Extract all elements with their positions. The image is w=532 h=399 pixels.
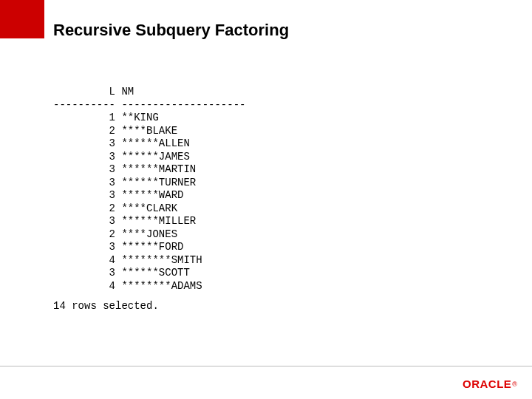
slide: Recursive Subquery Factoring L NM ------…	[0, 0, 532, 399]
status-line: 14 rows selected.	[53, 300, 159, 312]
logo-text: ORACLE	[463, 378, 511, 390]
footer-divider	[0, 366, 532, 366]
logo-registered: ®	[512, 381, 517, 388]
brand-block	[0, 0, 44, 38]
page-title: Recursive Subquery Factoring	[53, 21, 289, 40]
oracle-logo: ORACLE®	[463, 378, 517, 390]
query-output: L NM ---------- -------------------- 1 *…	[53, 86, 245, 293]
